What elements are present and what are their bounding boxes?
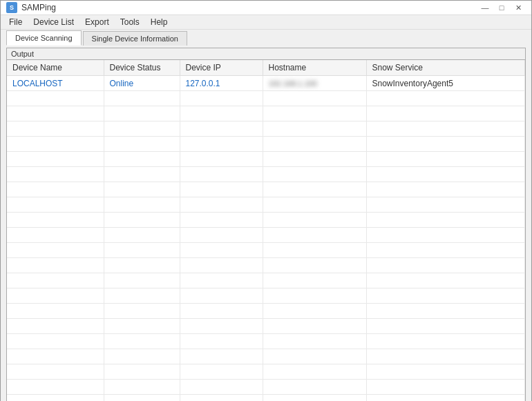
- table-row-empty: [7, 349, 525, 364]
- cell-empty: [263, 395, 366, 402]
- tab-single-device-info[interactable]: Single Device Information: [83, 31, 187, 46]
- cell-device-ip: 127.0.0.1: [180, 76, 263, 91]
- cell-empty: [180, 258, 263, 273]
- cell-empty: [180, 106, 263, 121]
- cell-empty: [263, 197, 366, 213]
- title-bar: S SAMPing — □ ✕: [1, 1, 531, 15]
- cell-empty: [104, 380, 180, 395]
- close-button[interactable]: ✕: [511, 1, 526, 14]
- col-header-hostname: Hostname: [263, 60, 366, 76]
- cell-empty: [7, 182, 104, 197]
- cell-empty: [366, 273, 525, 288]
- cell-empty: [180, 273, 263, 288]
- col-header-device-status: Device Status: [104, 60, 180, 76]
- cell-empty: [7, 243, 104, 258]
- menu-export[interactable]: Export: [79, 15, 115, 29]
- cell-empty: [263, 319, 366, 334]
- cell-empty: [366, 304, 525, 319]
- cell-empty: [104, 228, 180, 243]
- cell-empty: [104, 197, 180, 213]
- main-window: S SAMPing — □ ✕ File Device List Export …: [0, 0, 532, 401]
- cell-empty: [366, 395, 525, 402]
- tab-device-scanning[interactable]: Device Scanning: [6, 30, 82, 46]
- table-row-empty: [7, 137, 525, 152]
- cell-empty: [263, 364, 366, 380]
- maximize-button[interactable]: □: [494, 1, 509, 14]
- cell-empty: [180, 288, 263, 304]
- menu-file[interactable]: File: [3, 15, 28, 29]
- cell-empty: [104, 349, 180, 364]
- output-group: Output Device Name Device Status Device …: [6, 48, 526, 401]
- cell-empty: [7, 395, 104, 402]
- cell-empty: [180, 182, 263, 197]
- cell-empty: [263, 258, 366, 273]
- app-icon: S: [6, 2, 17, 13]
- cell-empty: [104, 395, 180, 402]
- cell-empty: [263, 273, 366, 288]
- cell-empty: [263, 304, 366, 319]
- cell-empty: [7, 258, 104, 273]
- table-row-empty: [7, 243, 525, 258]
- cell-empty: [104, 258, 180, 273]
- cell-empty: [263, 137, 366, 152]
- minimize-button[interactable]: —: [477, 1, 493, 14]
- table-row-empty: [7, 121, 525, 137]
- col-header-device-ip: Device IP: [180, 60, 263, 76]
- cell-empty: [104, 167, 180, 182]
- cell-empty: [7, 273, 104, 288]
- cell-empty: [263, 228, 366, 243]
- content-area: Output Device Name Device Status Device …: [1, 45, 531, 401]
- table-container[interactable]: Device Name Device Status Device IP Host…: [7, 60, 525, 401]
- cell-empty: [7, 213, 104, 228]
- table-row-empty: [7, 91, 525, 106]
- cell-empty: [263, 182, 366, 197]
- cell-empty: [104, 334, 180, 349]
- table-row-empty: [7, 304, 525, 319]
- cell-empty: [366, 167, 525, 182]
- cell-empty: [104, 106, 180, 121]
- cell-empty: [366, 228, 525, 243]
- cell-empty: [7, 334, 104, 349]
- cell-empty: [263, 349, 366, 364]
- cell-empty: [180, 121, 263, 137]
- table-row-empty: [7, 228, 525, 243]
- table-row-empty: [7, 152, 525, 167]
- table-row-empty: [7, 395, 525, 402]
- cell-empty: [180, 364, 263, 380]
- tab-bar: Device Scanning Single Device Informatio…: [1, 30, 531, 45]
- table-row-empty: [7, 106, 525, 121]
- menu-device-list[interactable]: Device List: [28, 15, 79, 29]
- cell-device-name: LOCALHOST: [7, 76, 104, 91]
- device-table: Device Name Device Status Device IP Host…: [7, 60, 525, 401]
- menu-tools[interactable]: Tools: [115, 15, 145, 29]
- cell-empty: [366, 197, 525, 213]
- cell-empty: [366, 182, 525, 197]
- cell-empty: [366, 137, 525, 152]
- cell-empty: [104, 137, 180, 152]
- cell-empty: [180, 152, 263, 167]
- cell-empty: [263, 91, 366, 106]
- cell-empty: [366, 349, 525, 364]
- cell-empty: [366, 334, 525, 349]
- cell-empty: [263, 167, 366, 182]
- cell-empty: [180, 137, 263, 152]
- cell-empty: [7, 304, 104, 319]
- cell-empty: [180, 395, 263, 402]
- cell-empty: [263, 121, 366, 137]
- menu-help[interactable]: Help: [145, 15, 173, 29]
- cell-empty: [104, 152, 180, 167]
- cell-empty: [366, 106, 525, 121]
- cell-empty: [104, 243, 180, 258]
- table-row-empty: [7, 334, 525, 349]
- table-row-empty: [7, 213, 525, 228]
- cell-empty: [104, 213, 180, 228]
- cell-empty: [104, 121, 180, 137]
- cell-empty: [366, 319, 525, 334]
- cell-empty: [180, 380, 263, 395]
- table-row: LOCALHOSTOnline127.0.0.1192.168.1.100Sno…: [7, 76, 525, 91]
- cell-empty: [7, 380, 104, 395]
- title-bar-controls: — □ ✕: [477, 1, 526, 14]
- cell-empty: [366, 152, 525, 167]
- cell-empty: [104, 364, 180, 380]
- table-row-empty: [7, 197, 525, 213]
